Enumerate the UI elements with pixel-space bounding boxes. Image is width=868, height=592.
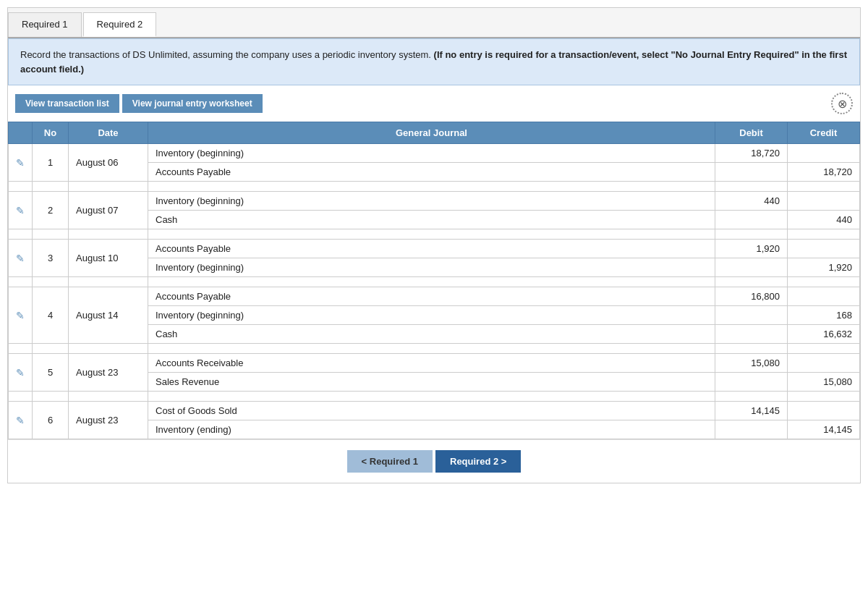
date-cell: August 23 bbox=[69, 402, 148, 439]
table-row: ✎6August 23Cost of Goods Sold14,145 bbox=[9, 402, 860, 420]
edit-icon[interactable]: ✎ bbox=[16, 157, 25, 169]
credit-cell: 440 bbox=[788, 211, 860, 229]
credit-cell bbox=[788, 240, 860, 258]
edit-icon[interactable]: ✎ bbox=[16, 415, 25, 426]
debit-cell bbox=[715, 306, 788, 325]
no-cell: 3 bbox=[33, 240, 69, 277]
credit-cell: 18,720 bbox=[788, 163, 860, 182]
no-cell: 5 bbox=[33, 354, 69, 392]
account-cell: Inventory (beginning) bbox=[148, 306, 715, 325]
table-row: ✎1August 06Inventory (beginning)18,720 bbox=[9, 144, 860, 163]
credit-cell: 14,145 bbox=[788, 420, 860, 439]
edit-cell[interactable]: ✎ bbox=[9, 192, 33, 229]
edit-icon[interactable]: ✎ bbox=[16, 205, 25, 216]
debit-cell: 440 bbox=[715, 192, 788, 211]
next-button[interactable]: Required 2 > bbox=[435, 450, 521, 473]
credit-cell bbox=[788, 287, 860, 306]
table-row: ✎5August 23Accounts Receivable15,080 bbox=[9, 354, 860, 373]
account-cell: Inventory (beginning) bbox=[148, 144, 715, 163]
date-cell: August 06 bbox=[69, 144, 148, 182]
credit-cell: 16,632 bbox=[788, 325, 860, 344]
edit-icon[interactable]: ✎ bbox=[16, 253, 25, 264]
edit-icon[interactable]: ✎ bbox=[16, 367, 25, 379]
account-cell: Accounts Receivable bbox=[148, 354, 715, 373]
debit-cell bbox=[715, 373, 788, 392]
credit-cell bbox=[788, 354, 860, 373]
date-cell: August 07 bbox=[69, 192, 148, 229]
account-cell: Cash bbox=[148, 325, 715, 344]
account-cell: Cash bbox=[148, 211, 715, 229]
footer-nav: < Required 1 Required 2 > bbox=[8, 439, 860, 483]
debit-cell bbox=[715, 258, 788, 277]
debit-header: Debit bbox=[715, 122, 788, 144]
edit-cell[interactable]: ✎ bbox=[9, 287, 33, 344]
general-journal-header: General Journal bbox=[148, 122, 715, 144]
view-transaction-btn[interactable]: View transaction list bbox=[15, 94, 119, 113]
debit-cell bbox=[715, 325, 788, 344]
debit-cell: 16,800 bbox=[715, 287, 788, 306]
main-container: Required 1 Required 2 Record the transac… bbox=[7, 7, 861, 483]
close-button[interactable]: ⊗ bbox=[831, 93, 853, 114]
credit-cell bbox=[788, 144, 860, 163]
separator-row bbox=[9, 344, 860, 354]
table-row: ✎2August 07Inventory (beginning)440 bbox=[9, 192, 860, 211]
toolbar-left: View transaction list View journal entry… bbox=[15, 94, 263, 113]
account-cell: Inventory (ending) bbox=[148, 420, 715, 439]
account-cell: Sales Revenue bbox=[148, 373, 715, 392]
view-journal-btn[interactable]: View journal entry worksheet bbox=[122, 94, 263, 113]
debit-cell: 1,920 bbox=[715, 240, 788, 258]
debit-cell bbox=[715, 163, 788, 182]
instruction-normal: Record the transactions of DS Unlimited,… bbox=[20, 49, 434, 60]
separator-row bbox=[9, 182, 860, 192]
account-cell: Cost of Goods Sold bbox=[148, 402, 715, 420]
edit-cell[interactable]: ✎ bbox=[9, 402, 33, 439]
credit-cell: 168 bbox=[788, 306, 860, 325]
no-cell: 2 bbox=[33, 192, 69, 229]
date-cell: August 23 bbox=[69, 354, 148, 392]
edit-col-header bbox=[9, 122, 33, 144]
debit-cell bbox=[715, 211, 788, 229]
tab-required2[interactable]: Required 2 bbox=[83, 12, 157, 37]
separator-row bbox=[9, 229, 860, 240]
debit-cell bbox=[715, 420, 788, 439]
credit-cell bbox=[788, 192, 860, 211]
edit-icon[interactable]: ✎ bbox=[16, 310, 25, 321]
debit-cell: 14,145 bbox=[715, 402, 788, 420]
credit-header: Credit bbox=[788, 122, 860, 144]
no-cell: 6 bbox=[33, 402, 69, 439]
credit-cell: 1,920 bbox=[788, 258, 860, 277]
account-cell: Accounts Payable bbox=[148, 163, 715, 182]
date-cell: August 10 bbox=[69, 240, 148, 277]
tab-required1[interactable]: Required 1 bbox=[8, 12, 82, 37]
debit-cell: 15,080 bbox=[715, 354, 788, 373]
credit-cell bbox=[788, 402, 860, 420]
edit-cell[interactable]: ✎ bbox=[9, 240, 33, 277]
separator-row bbox=[9, 277, 860, 287]
account-cell: Inventory (beginning) bbox=[148, 258, 715, 277]
separator-row bbox=[9, 392, 860, 402]
no-cell: 1 bbox=[33, 144, 69, 182]
table-row: ✎4August 14Accounts Payable16,800 bbox=[9, 287, 860, 306]
edit-cell[interactable]: ✎ bbox=[9, 354, 33, 392]
toolbar: View transaction list View journal entry… bbox=[8, 85, 860, 122]
date-cell: August 14 bbox=[69, 287, 148, 344]
no-header: No bbox=[33, 122, 69, 144]
account-cell: Accounts Payable bbox=[148, 287, 715, 306]
journal-table: No Date General Journal Debit Credit ✎1A… bbox=[8, 122, 860, 439]
date-header: Date bbox=[69, 122, 148, 144]
instruction-box: Record the transactions of DS Unlimited,… bbox=[8, 38, 860, 85]
debit-cell: 18,720 bbox=[715, 144, 788, 163]
prev-button[interactable]: < Required 1 bbox=[347, 450, 433, 473]
edit-cell[interactable]: ✎ bbox=[9, 144, 33, 182]
no-cell: 4 bbox=[33, 287, 69, 344]
account-cell: Accounts Payable bbox=[148, 240, 715, 258]
credit-cell: 15,080 bbox=[788, 373, 860, 392]
tabs-bar: Required 1 Required 2 bbox=[8, 8, 860, 38]
account-cell: Inventory (beginning) bbox=[148, 192, 715, 211]
close-icon: ⊗ bbox=[838, 97, 847, 111]
table-row: ✎3August 10Accounts Payable1,920 bbox=[9, 240, 860, 258]
